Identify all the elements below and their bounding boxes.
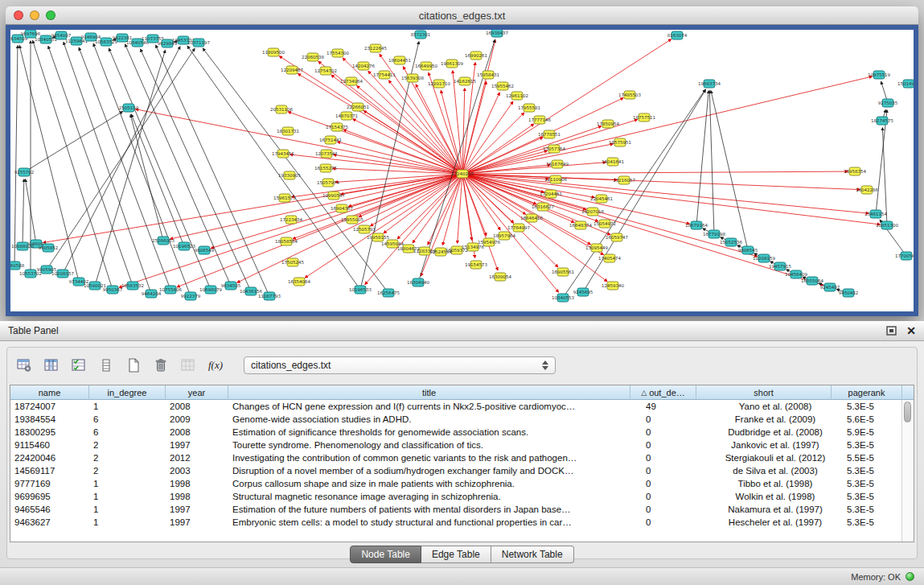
- column-header-pagerank[interactable]: pagerank: [832, 385, 902, 400]
- column-header-title[interactable]: title: [228, 385, 630, 400]
- graph-node[interactable]: 16990261: [465, 51, 487, 60]
- graph-node[interactable]: 16041641: [602, 158, 624, 166]
- graph-node[interactable]: 8163074: [667, 31, 688, 39]
- graph-node[interactable]: 17223434: [280, 216, 302, 224]
- graph-node[interactable]: 18301731: [277, 127, 299, 135]
- graph-node[interactable]: 9255702: [14, 168, 35, 176]
- zoom-window-button[interactable]: [46, 10, 55, 20]
- graph-node[interactable]: 18304940: [407, 278, 429, 286]
- float-panel-icon[interactable]: [886, 326, 897, 336]
- table-row[interactable]: 1830029562008Estimation of significance …: [10, 426, 914, 439]
- column-header-short[interactable]: short: [696, 385, 832, 400]
- graph-node[interactable]: 16316627: [532, 203, 554, 211]
- graph-node[interactable]: 9450482: [839, 289, 859, 297]
- graph-node[interactable]: 9634505: [221, 282, 241, 290]
- graph-node[interactable]: 15961573: [273, 194, 296, 202]
- graph-node[interactable]: 17777146: [528, 116, 551, 124]
- graph-node[interactable]: 10975519: [868, 71, 890, 79]
- graph-node[interactable]: 15955005: [341, 216, 363, 224]
- column-header-year[interactable]: year: [166, 385, 228, 400]
- graph-node[interactable]: 12961102: [506, 92, 528, 100]
- graph-node[interactable]: 16649950: [415, 62, 437, 70]
- graph-node[interactable]: 19154573: [465, 261, 487, 269]
- table-row[interactable]: 911546021997Tourette syndrome. Phenomeno…: [10, 439, 914, 451]
- graph-node[interactable]: 18274575: [871, 117, 893, 125]
- graph-node[interactable]: 22045461: [590, 195, 613, 203]
- graph-node[interactable]: 12505793: [353, 225, 376, 233]
- graph-node[interactable]: 9275035: [878, 99, 898, 107]
- graph-node[interactable]: 15958354: [844, 167, 866, 175]
- graph-node[interactable]: 19861309: [441, 60, 463, 68]
- graph-node[interactable]: 10196533: [349, 286, 372, 294]
- table-row[interactable]: 946554611997Estimation of the future num…: [10, 503, 914, 516]
- graph-node[interactable]: 9806545: [738, 246, 758, 254]
- graph-node[interactable]: 10196523: [173, 242, 195, 250]
- table-row[interactable]: 946362711997Embryonic stem cells: a mode…: [10, 516, 914, 529]
- scrollbar-thumb[interactable]: [904, 402, 911, 422]
- network-graph[interactable]: 1724029511809500122094672206053812754702…: [10, 30, 914, 311]
- graph-node[interactable]: 18757511: [633, 113, 655, 122]
- graph-node[interactable]: 10208159: [753, 254, 775, 262]
- graph-node[interactable]: 12209467: [281, 66, 303, 74]
- graph-node[interactable]: 18058554: [275, 237, 298, 245]
- vertical-scrollbar[interactable]: [901, 400, 914, 542]
- close-panel-icon[interactable]: ✕: [906, 325, 916, 336]
- graph-node[interactable]: 15955462: [491, 82, 514, 90]
- column-header-name[interactable]: name: [10, 385, 89, 400]
- graph-node[interactable]: 12073541: [315, 150, 338, 158]
- table-row[interactable]: 1938455462009Genome-wide association stu…: [10, 413, 914, 426]
- graph-node[interactable]: 22060538: [302, 53, 324, 61]
- graph-node[interactable]: 15639308: [401, 74, 424, 82]
- graph-node[interactable]: 17764997: [507, 224, 530, 232]
- tab-node-table[interactable]: Node Table: [350, 546, 421, 563]
- graph-node[interactable]: 8572301: [411, 31, 431, 39]
- graph-node[interactable]: 18604451: [388, 56, 411, 64]
- graph-node[interactable]: 13095449: [585, 244, 608, 252]
- tab-network-table[interactable]: Network Table: [491, 546, 574, 563]
- table-settings-icon[interactable]: [14, 355, 35, 376]
- graph-node[interactable]: 10456409: [785, 270, 807, 278]
- graph-node[interactable]: 16256475: [377, 289, 400, 297]
- graph-node[interactable]: 14204276: [352, 62, 375, 70]
- graph-node[interactable]: 14207016: [581, 208, 604, 216]
- graph-node[interactable]: 16648374: [569, 221, 592, 229]
- graph-node[interactable]: 9950367: [103, 286, 123, 294]
- graph-node[interactable]: 16905561: [552, 268, 574, 276]
- table-row[interactable]: 969969511998Structural magnetic resonanc…: [10, 490, 914, 503]
- graph-node[interactable]: 10208157: [51, 270, 74, 278]
- graph-node[interactable]: 25266053: [152, 237, 175, 245]
- graph-node[interactable]: 16646416: [520, 214, 543, 222]
- graph-node[interactable]: 18957964: [493, 232, 515, 240]
- graph-node[interactable]: 17204461: [540, 190, 562, 198]
- graph-node[interactable]: 11809500: [262, 48, 285, 56]
- graph-node[interactable]: 18679164: [685, 221, 708, 229]
- table-row[interactable]: 2242004622012Investigating the contribut…: [10, 451, 914, 464]
- graph-node[interactable]: 16042286: [856, 186, 878, 194]
- graph-node[interactable]: 9922379: [181, 292, 201, 300]
- graph-node[interactable]: 17057364: [543, 145, 565, 153]
- close-window-button[interactable]: [14, 10, 23, 20]
- graph-node[interactable]: 17554300: [326, 49, 349, 57]
- function-builder-icon[interactable]: f(x): [205, 355, 226, 376]
- graph-node[interactable]: 16778551: [538, 130, 561, 138]
- graph-node[interactable]: 17955581: [518, 104, 540, 112]
- graph-node[interactable]: 10698079: [199, 286, 222, 294]
- graph-node[interactable]: 14870371: [335, 112, 358, 120]
- graph-node[interactable]: 16751441: [319, 136, 342, 144]
- graph-node[interactable]: 10340553: [552, 294, 574, 302]
- graph-node[interactable]: 10371197: [187, 39, 210, 47]
- graph-node[interactable]: 16938437: [486, 30, 508, 37]
- graph-node[interactable]: 19683734: [698, 80, 721, 88]
- graph-node[interactable]: 17485503: [618, 91, 641, 99]
- graph-node[interactable]: 22266051: [347, 103, 369, 111]
- graph-node[interactable]: 10755806: [159, 286, 182, 294]
- select-functions-icon[interactable]: [68, 355, 89, 376]
- graph-node[interactable]: 17700545: [895, 252, 914, 260]
- graph-node[interactable]: 16309054: [489, 273, 511, 281]
- graph-node[interactable]: 15054972: [593, 220, 616, 228]
- new-table-icon[interactable]: [123, 355, 144, 376]
- network-canvas[interactable]: 1724029511809500122094672206053812754702…: [10, 30, 914, 311]
- graph-node[interactable]: 9245695: [573, 288, 593, 296]
- tab-edge-table[interactable]: Edge Table: [421, 546, 491, 563]
- delete-table-icon[interactable]: [150, 355, 171, 376]
